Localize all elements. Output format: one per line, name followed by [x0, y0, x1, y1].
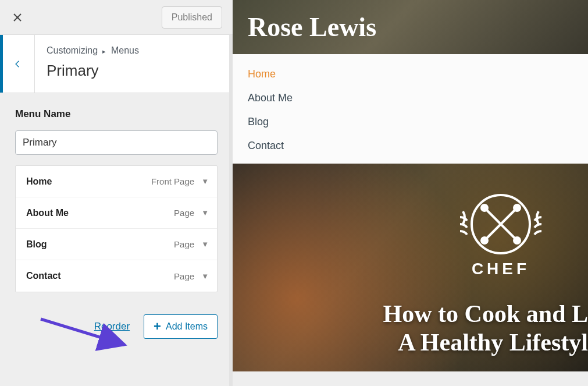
chef-badge-text: CHEF [472, 260, 530, 278]
panel-body: Menu Name Home Front Page ▼ About Me Pag… [0, 93, 233, 292]
nav-link-home[interactable]: Home [248, 62, 588, 86]
svg-point-6 [482, 205, 487, 211]
customizer-topbar: Published [0, 0, 233, 35]
close-button[interactable] [0, 0, 35, 35]
chef-badge-icon: CHEF [443, 176, 559, 293]
brand-band: Rose Lewis [233, 0, 588, 54]
menu-item-list: Home Front Page ▼ About Me Page ▼ Blog P… [15, 165, 218, 292]
chevron-down-icon: ▼ [201, 240, 209, 249]
menu-item-row[interactable]: Contact Page ▼ [16, 260, 217, 292]
chevron-down-icon: ▼ [201, 177, 209, 186]
menu-item-type: Front Page [151, 176, 194, 186]
brand-logo: Rose Lewis [248, 14, 376, 41]
page-title: Primary [47, 62, 139, 80]
chevron-down-icon: ▼ [201, 208, 209, 217]
hero-headline: How to Cook and L A Healthy Lifestyl [383, 300, 588, 357]
add-items-button[interactable]: + Add Items [144, 314, 218, 339]
breadcrumb-row: Customizing ▸ Menus Primary [0, 35, 233, 93]
breadcrumb: Customizing ▸ Menus Primary [35, 35, 151, 93]
site-nav: Home About Me Blog Contact [233, 54, 588, 164]
svg-point-9 [514, 238, 520, 243]
chevron-left-icon [13, 58, 22, 70]
breadcrumb-section: Menus [111, 45, 139, 55]
add-items-label: Add Items [166, 321, 208, 332]
menu-item-row[interactable]: Blog Page ▼ [16, 229, 217, 260]
chevron-down-icon: ▼ [201, 272, 209, 281]
customizer-panel: Published Customizing ▸ Menus Primary Me… [0, 0, 233, 386]
menu-item-type: Page [174, 271, 194, 281]
menu-item-title: Contact [26, 271, 61, 281]
nav-link-blog[interactable]: Blog [248, 110, 588, 134]
close-icon [12, 12, 23, 23]
hero-section: CHEF How to Cook and L A Healthy Lifesty… [233, 164, 588, 371]
hero-line-1: How to Cook and L [383, 300, 588, 329]
breadcrumb-separator-icon: ▸ [102, 48, 106, 55]
menu-actions: Reorder + Add Items [0, 292, 233, 354]
nav-link-contact[interactable]: Contact [248, 134, 588, 158]
reorder-link[interactable]: Reorder [94, 321, 130, 332]
svg-point-8 [482, 238, 487, 243]
svg-point-7 [514, 205, 520, 211]
breadcrumb-root: Customizing [47, 45, 98, 55]
hero-line-2: A Healthy Lifestyl [383, 328, 588, 357]
site-preview: Rose Lewis Home About Me Blog Contact [233, 0, 588, 386]
nav-link-about[interactable]: About Me [248, 86, 588, 110]
menu-item-title: Blog [26, 239, 47, 250]
menu-item-row[interactable]: Home Front Page ▼ [16, 166, 217, 197]
menu-item-type: Page [174, 208, 194, 218]
menu-name-label: Menu Name [15, 108, 218, 120]
menu-name-input[interactable] [15, 130, 218, 155]
menu-item-row[interactable]: About Me Page ▼ [16, 197, 217, 229]
menu-item-type: Page [174, 239, 194, 249]
menu-item-title: Home [26, 176, 52, 187]
menu-item-title: About Me [26, 208, 69, 218]
back-button[interactable] [0, 35, 35, 93]
publish-status-button[interactable]: Published [162, 6, 222, 29]
